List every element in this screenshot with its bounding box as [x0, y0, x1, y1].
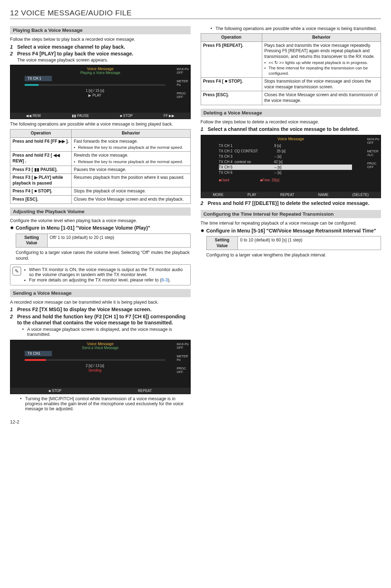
- ss-side: MAX-Po OFF METER Po PROC OFF: [177, 342, 189, 374]
- ss-sub: Playing a Voice Message: [10, 71, 190, 75]
- after-text: The following operations are possible wh…: [10, 121, 191, 127]
- op-cell: Press F3 [ ▮▮ PAUSE].: [10, 166, 72, 174]
- step-sub: The voice message playback screen appear…: [17, 58, 191, 63]
- step-list: 1 Select a voice message channel to play…: [10, 44, 191, 63]
- setting-value-table: Setting Value 0 to 10 (default) to 60 [s…: [206, 236, 381, 250]
- step-list: 2 Press and hold F7 [(DELETE)] to delete…: [201, 200, 381, 207]
- ss-sub: Send a Voice Message: [10, 346, 190, 350]
- ss-time: 1 [s] / 15 [s]: [25, 89, 165, 93]
- ss-ch: TX CH 1: [25, 76, 52, 81]
- right-column: The following operations are possible wh…: [201, 23, 381, 412]
- intro-text: The time interval for repeating playback…: [201, 220, 381, 226]
- playback-ops-table: Operation Behavior Press and hold F6 [FF…: [10, 129, 191, 204]
- step-list: 1 Press F2 [TX MSG] to display the Voice…: [10, 307, 191, 338]
- ss-footer: ■Used ■Free: 25[s]: [219, 177, 352, 183]
- list-item: TX CH 4 contest no 42 [s]: [219, 159, 352, 165]
- sv-value: 0 to 10 (default) to 60 [s] (1 step): [238, 236, 381, 250]
- step-number: 1: [10, 44, 17, 50]
- be-cell: Plays back and transmits the voice messa…: [262, 41, 381, 78]
- note-list: When TX monitor is ON, the voice message…: [24, 267, 188, 283]
- step-head: Press F2 [TX MSG] to display the Voice M…: [17, 307, 191, 313]
- intro-text: Follow the steps below to play back a re…: [10, 36, 191, 43]
- tx-ops-table: Operation Behavior Press F5 [REPEAT]. Pl…: [201, 33, 381, 105]
- bullet-icon: ●: [201, 228, 206, 234]
- section-deleting: Deleting a Voice Message: [201, 109, 381, 117]
- be-cell: Rewinds the voice message. Release the k…: [72, 152, 190, 166]
- ss-state: ▶ PLAY: [25, 93, 165, 97]
- step-number: 1: [10, 307, 17, 313]
- th-behavior: Behavior: [72, 129, 190, 138]
- sv-value: Off/ 1 to 10 (default) to 20 (1 step): [47, 234, 190, 247]
- be-cell: Resumes playback from the position where…: [72, 174, 190, 187]
- ss-buttons: ◀◀ REW ▮▮ PAUSE ■ STOP FF ▶▶: [10, 113, 190, 119]
- op-cell: Press F3 [ ▶ PLAY] while playback is pau…: [10, 174, 72, 187]
- cfg-text: Configure in Menu [5-16] "CW/Voice Messa…: [206, 228, 376, 234]
- page-number: 12-2: [10, 419, 381, 425]
- ss-side: MAX-Po OFF METER Po PROC OFF: [177, 67, 189, 99]
- step-number: 1: [201, 126, 208, 133]
- list-item: TX CH 1 9 [s]: [219, 143, 352, 148]
- step-number: 2: [10, 314, 17, 338]
- sv-label: Setting Value: [206, 236, 238, 250]
- step-head: Press F4 [PLAY] to play back the voice m…: [17, 51, 191, 57]
- op-cell: Press F4 [ ■ STOP].: [10, 187, 72, 196]
- section-playing-back: Playing Back a Voice Message: [10, 26, 191, 34]
- th-operation: Operation: [201, 34, 262, 42]
- page-title: 12 VOICE MESSAGE/AUDIO FILE: [10, 9, 381, 17]
- note-box: ✎ When TX monitor is ON, the voice messa…: [10, 264, 191, 285]
- bullet-icon: ●: [10, 225, 16, 231]
- ss-title: Voice Message: [201, 135, 381, 141]
- op-cell: Press F4 [ ■ STOP].: [201, 78, 262, 91]
- op-cell: Press and hold F6 [FF ▶▶ ].: [10, 137, 72, 152]
- be-cell: Fast forwards the voice message. Release…: [72, 137, 190, 152]
- playback-screenshot: Voice Message Playing a Voice Message MA…: [10, 65, 191, 119]
- intro-text: Follow the steps below to delete a recor…: [201, 119, 381, 125]
- step-head: Press and hold F7 [(DELETE)] to delete t…: [208, 200, 381, 207]
- ss-title: Voice Message: [10, 65, 190, 71]
- step-head: Press and hold the function key (F2 [CH …: [17, 314, 191, 326]
- bullet-list: A voice message playback screen is displ…: [22, 327, 191, 337]
- setting-value-table: Setting Value Off/ 1 to 10 (default) to …: [16, 234, 191, 248]
- bullet-list: The following operations are possible wh…: [211, 26, 381, 31]
- list-item: TX CH 2 CQ CONTEST 25 [s]: [219, 148, 352, 154]
- ss-title: Voice Message: [10, 340, 190, 346]
- th-operation: Operation: [10, 129, 72, 138]
- ss-ch: TX CH1: [25, 351, 52, 356]
- cfg-text: Configure in Menu [1-01] "Voice Message …: [16, 225, 150, 231]
- step-head: Select a channel that contains the voice…: [208, 126, 381, 133]
- page-ref-link[interactable]: 8-3: [161, 278, 168, 283]
- ss-buttons: ■ STOP REPEAT: [10, 388, 190, 394]
- ss-buttons: MORE PLAY REPEAT NAME (DELETE): [201, 192, 381, 198]
- step-number: 2: [201, 200, 208, 207]
- op-cell: Press F5 [REPEAT].: [201, 41, 262, 78]
- op-cell: Press and hold F2 [ ◀◀ REW] .: [10, 152, 72, 166]
- section-sending: Sending a Voice Message: [10, 289, 191, 297]
- be-cell: Stops transmission of the voice message …: [262, 78, 381, 91]
- be-cell: Closes the Voice Message screen and ends…: [262, 91, 381, 105]
- ss-time: 2 [s] / 13 [s]: [25, 364, 165, 368]
- step-list: 1 Select a channel that contains the voi…: [201, 126, 381, 133]
- send-screenshot: Voice Message Send a Voice Message MAX-P…: [10, 340, 191, 394]
- ss-side: MAX-Po OFF METER ALC PROC OFF: [367, 137, 379, 169]
- intro-text: Configure the volume level when playing …: [10, 218, 191, 224]
- section-time-interval: Configuring the Time Interval for Repeat…: [201, 210, 381, 218]
- sv-label: Setting Value: [16, 234, 48, 247]
- pencil-icon: ✎: [13, 267, 21, 275]
- divider: [10, 19, 381, 19]
- list-item: TX CH 6 -- [s]: [219, 170, 352, 175]
- ss-state: Sending: [25, 368, 165, 372]
- section-adjust-volume: Adjusting the Playback Volume: [10, 207, 191, 216]
- step-number: 2: [10, 51, 17, 63]
- be-cell: Closes the Voice Message screen and ends…: [72, 196, 190, 204]
- step-head: Select a voice message channel to play b…: [17, 44, 191, 50]
- th-behavior: Behavior: [262, 34, 381, 42]
- intro-text: A recorded voice message can be transmit…: [10, 299, 191, 305]
- after-text: Configuring to a larger value lengthens …: [206, 252, 381, 258]
- delete-screenshot: Voice Message MAX-Po OFF METER ALC PROC …: [201, 135, 381, 198]
- op-cell: Press [ESC].: [10, 196, 72, 204]
- left-column: Playing Back a Voice Message Follow the …: [10, 23, 191, 412]
- op-cell: Press [ESC].: [201, 91, 262, 105]
- list-item-selected: TX CH 5 -- [s]: [219, 165, 352, 170]
- list-item: TX CH 3 -- [s]: [219, 154, 352, 159]
- be-cell: Stops the playback of voice message.: [72, 187, 190, 196]
